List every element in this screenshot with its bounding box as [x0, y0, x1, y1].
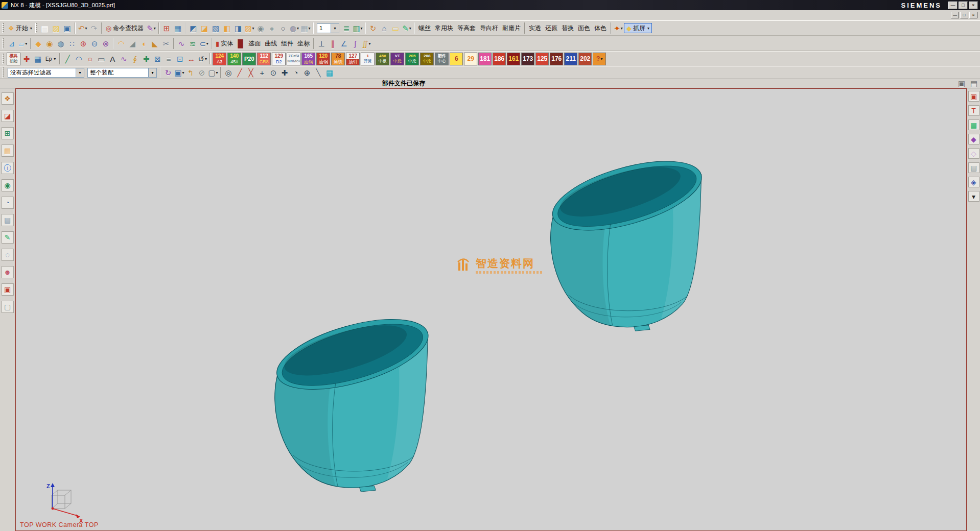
command-finder-button[interactable]: ◎命令查找器 [104, 23, 146, 33]
common-blocks-button[interactable]: 常用块 [433, 23, 455, 33]
open-icon[interactable]: ▨ [51, 22, 62, 34]
menu-assemblies[interactable] [69, 10, 81, 21]
work-layer-combo[interactable]: 1▾ [317, 23, 339, 33]
process-interface-icon[interactable]: ▤ [2, 214, 14, 226]
parallel-icon[interactable]: ∥ [327, 38, 338, 49]
ep-tool-button[interactable]: Ep▾ [43, 54, 58, 64]
more-tools-icon[interactable]: ∬▾ [361, 38, 372, 49]
plate-vt-button[interactable]: VT中托 [390, 53, 404, 65]
view-back-icon[interactable]: ▨▾ [244, 22, 255, 34]
steel-78-angle-button[interactable]: 78角铁 [331, 53, 345, 65]
offset-curve-icon[interactable]: ≡ [163, 53, 174, 64]
hide-selection-icon[interactable]: ⊘ [196, 67, 207, 78]
view-front-icon[interactable]: ◧ [221, 22, 232, 34]
mold-csys-icon[interactable]: ✚ [21, 53, 32, 64]
top-selection-icon[interactable]: ▢▾ [207, 67, 219, 78]
select-face-button[interactable]: 选面 [246, 38, 263, 49]
steel-120-oil-button[interactable]: 120油钢 [316, 53, 330, 65]
rotate-object-icon[interactable]: ↺▾ [197, 53, 208, 64]
menu-et2008[interactable] [159, 10, 171, 21]
render-style-icon[interactable]: ◍▾ [289, 22, 300, 34]
subtract-icon[interactable]: ⊖ [89, 38, 100, 49]
steel-165-oil-button[interactable]: 165油钢 [301, 53, 315, 65]
offset-surface-icon-dropdown[interactable]: ▾ [206, 41, 208, 46]
rotate-object-icon-dropdown[interactable]: ▾ [205, 57, 207, 61]
project-curve-icon[interactable]: ⊡ [174, 53, 185, 64]
edge-blend-icon[interactable]: ◠ [115, 38, 127, 49]
arc-icon[interactable]: ◠ [73, 53, 84, 64]
redo-icon[interactable]: ↷ [88, 22, 100, 34]
steel-p20-button[interactable]: P20 [242, 53, 256, 65]
intersect-icon[interactable]: ⊗ [100, 38, 111, 49]
view-top-icon[interactable]: ▧ [210, 22, 221, 34]
num-186-button[interactable]: 186 [493, 53, 506, 65]
draft-icon[interactable]: ◣ [149, 38, 160, 49]
undo-icon[interactable]: ↶▾ [77, 22, 88, 34]
view-back-icon-dropdown[interactable]: ▾ [252, 26, 254, 31]
orientation-triad[interactable]: Z X [36, 478, 87, 523]
layer-settings-icon[interactable]: ≣ [341, 22, 352, 34]
menu-information[interactable] [81, 10, 92, 21]
curve-button[interactable]: 曲线 [263, 38, 279, 49]
undo-icon-dropdown[interactable]: ▾ [85, 26, 87, 31]
right-tool-material-icon[interactable]: ◆ [968, 134, 979, 144]
plastic-part-button[interactable]: 塑件中心 [435, 53, 449, 65]
color-palette-icon-dropdown[interactable]: ▾ [621, 26, 623, 31]
steel-7crsimnmov-button[interactable]: 7CrSiMnMoV [287, 53, 300, 65]
more-tools-icon-dropdown[interactable]: ▾ [369, 41, 371, 46]
extrude-icon[interactable]: ◆ [33, 38, 44, 49]
text-icon[interactable]: A [107, 53, 118, 64]
num-161-button[interactable]: 161 [507, 53, 520, 65]
steel-1-button[interactable]: 1弹簧 [361, 53, 375, 65]
part-navigator-icon[interactable]: ⊞ [2, 127, 14, 139]
steel-140-45-button[interactable]: 14045# [227, 53, 241, 65]
point-on-surface-icon[interactable]: ▦ [324, 67, 335, 78]
prompt-dock-icon[interactable]: ▣ [956, 78, 967, 89]
view-trimetric-icon[interactable]: ◩ [188, 22, 199, 34]
history-icon[interactable]: ◔ [2, 197, 14, 209]
num-181-button[interactable]: 181 [478, 53, 492, 65]
view-right-icon[interactable]: ◨ [232, 22, 244, 34]
right-tool-notes-icon[interactable]: ▤ [968, 162, 979, 173]
reuse-library-icon[interactable]: ▦ [2, 144, 14, 157]
wear-plate-button[interactable]: 耐磨片 [500, 23, 523, 33]
mirror-curve-icon[interactable]: ⊠ [152, 53, 163, 64]
shell-icon[interactable]: ◖ [138, 38, 149, 49]
menu-analysis[interactable] [92, 10, 103, 21]
shaded-with-edges-icon[interactable]: ◉ [255, 22, 266, 34]
save-icon[interactable]: ▣ [62, 22, 73, 34]
screen-capture-button-dropdown[interactable]: ▾ [647, 26, 649, 31]
start-button-dropdown[interactable]: ▾ [30, 26, 32, 31]
view-isometric-icon[interactable]: ◪ [199, 22, 210, 34]
move-to-layer-icon[interactable]: ▥▾ [352, 22, 363, 34]
existing-point-icon[interactable]: ⊕ [301, 67, 313, 78]
edit-object-display-icon[interactable]: ✎▾ [401, 22, 412, 34]
coordinate-button[interactable]: 坐标 [295, 38, 312, 49]
point-on-curve-icon[interactable]: ╲ [313, 67, 324, 78]
trim-body-icon[interactable]: ✂ [160, 38, 172, 49]
work-layer-combo-dropdown[interactable]: ▾ [331, 24, 339, 33]
menu-custom-standard-parts[interactable] [137, 10, 148, 21]
center-point-icon[interactable]: ✚ [279, 67, 290, 78]
constraint-navigator-icon[interactable]: ◪ [2, 110, 14, 122]
num-211-button[interactable]: 211 [564, 53, 577, 65]
face-color-button[interactable]: 面色 [576, 23, 592, 33]
touch-mode-icon-dropdown[interactable]: ▾ [154, 26, 156, 31]
restore-button[interactable]: 还原 [543, 23, 559, 33]
edit-object-display-icon-dropdown[interactable]: ▾ [409, 26, 411, 31]
model-body-upper-right[interactable] [545, 148, 709, 331]
num-6-button[interactable]: 6 [450, 53, 463, 65]
mid-point-icon[interactable]: ╳ [245, 67, 256, 78]
plate-205-button[interactable]: 205中托 [405, 53, 419, 65]
menu-file[interactable] [2, 10, 13, 21]
touch-mode-icon[interactable]: ✎▾ [146, 22, 157, 34]
window-layout-icon[interactable]: ⊞ [161, 22, 172, 34]
rectangle-icon[interactable]: ▭ [96, 53, 107, 64]
render-style-icon-dropdown[interactable]: ▾ [297, 26, 299, 31]
steel-help-button-dropdown[interactable]: ▾ [600, 57, 602, 61]
right-tool-layers-icon[interactable]: ▦ [968, 119, 979, 130]
translucent-button[interactable]: 实透 [527, 23, 543, 33]
control-point-icon[interactable]: + [256, 67, 268, 78]
guide-pillar-button[interactable]: 导向杆 [478, 23, 500, 33]
datum-plane-icon[interactable]: ▱▾ [17, 38, 29, 49]
